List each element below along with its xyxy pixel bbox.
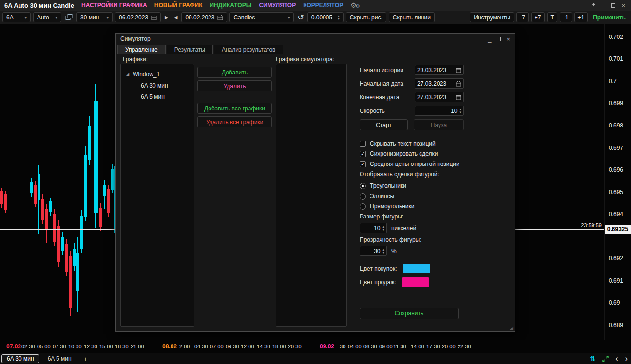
candle-body xyxy=(41,199,44,220)
spinner-icons[interactable]: ▴▾ xyxy=(459,108,461,114)
spin-down-icon[interactable]: ▾ xyxy=(459,111,461,114)
time-tick: 22:30 xyxy=(458,344,471,349)
minus1-button[interactable]: -1 xyxy=(560,12,572,22)
spinner-icons[interactable]: ▴▾ xyxy=(382,248,384,254)
end-date-value: 27.03.2023 xyxy=(417,94,446,101)
scale-toggle-icon[interactable]: ⇅ xyxy=(588,355,598,363)
symbol-select[interactable]: 6A▾ xyxy=(2,12,31,22)
checkbox-row[interactable]: Скрывать текст позиций xyxy=(360,140,464,147)
time-tick: 04:30 xyxy=(194,344,208,349)
tree-item[interactable]: 6A 5 мин xyxy=(121,91,194,102)
fullscreen-icon[interactable] xyxy=(600,356,611,362)
price-axis[interactable]: 0.69325 0.7020.7010.70.6990.6980.6970.69… xyxy=(604,24,631,340)
spinner-icons[interactable]: ▴▾ xyxy=(338,15,340,20)
spin-down-icon[interactable]: ▾ xyxy=(382,228,384,231)
dialog-close-icon[interactable]: × xyxy=(506,36,510,42)
date-from-input[interactable]: 06.02.2023 xyxy=(115,12,161,22)
spinner-icons[interactable]: ▴▾ xyxy=(382,225,384,231)
spin-down-icon[interactable]: ▾ xyxy=(338,18,340,20)
maximize-icon[interactable] xyxy=(611,3,615,8)
dialog-minimize-icon[interactable]: _ xyxy=(488,36,491,42)
plus7-button[interactable]: +7 xyxy=(531,12,545,22)
dialog-maximize-icon[interactable] xyxy=(497,37,501,41)
settings-gear-icon[interactable]: ⚙⚙ xyxy=(350,2,360,9)
add-chart-tab-button[interactable]: + xyxy=(80,355,92,363)
date-label: 08.02 xyxy=(162,343,177,350)
price-tick: 0.694 xyxy=(609,211,623,218)
dialog-tab-2[interactable]: Результаты xyxy=(167,45,213,54)
tools-button[interactable]: Инструменты xyxy=(470,12,514,22)
symbol-value: 6A xyxy=(6,14,14,21)
checkbox-row[interactable]: ✓Средняя цены открытой позиции xyxy=(360,161,464,167)
pause-button[interactable]: Пауза xyxy=(414,119,464,130)
simulator-charts-list[interactable] xyxy=(276,64,347,327)
resize-grip[interactable]: ◢ xyxy=(510,326,513,330)
menu-item-5[interactable]: КОРРЕЛЯТОР xyxy=(303,2,343,9)
step-back-icon[interactable]: ◀ xyxy=(172,15,179,20)
radio-row[interactable]: Прямоугольники xyxy=(360,203,464,210)
figure-size-input[interactable]: 10▴▾ xyxy=(360,223,387,233)
menu-item-1[interactable]: НАСТРОЙКИ ГРАФИКА xyxy=(81,2,147,9)
time-tick: 15:00 xyxy=(99,344,113,349)
figure-size-value: 10 xyxy=(374,225,380,232)
minimize-icon[interactable]: – xyxy=(602,2,605,9)
save-button[interactable]: Сохранить xyxy=(360,308,459,319)
menu-item-2[interactable]: НОВЫЙ ГРАФИК xyxy=(154,2,203,9)
timeframe-select[interactable]: 30 мин▾ xyxy=(76,12,113,22)
mode-select[interactable]: Auto▾ xyxy=(33,12,61,22)
menu-item-3[interactable]: ИНДИКАТОРЫ xyxy=(210,2,251,9)
today-button[interactable]: T xyxy=(547,12,557,22)
spin-down-icon[interactable]: ▾ xyxy=(382,251,384,254)
chart-tab-2[interactable]: 6A 5 мин xyxy=(42,354,77,363)
scroll-right-icon[interactable]: › xyxy=(623,354,630,363)
undo-icon[interactable]: ↺ xyxy=(296,13,305,22)
chart-tab-1[interactable]: 6A 30 мин xyxy=(1,354,39,363)
step-value: 0.00005 xyxy=(311,14,332,21)
sell-color-swatch[interactable] xyxy=(402,277,429,287)
simulator-dialog: Симулятор _ × УправлениеРезультатыАнализ… xyxy=(115,33,515,332)
end-date-input[interactable]: 27.03.2023 xyxy=(415,92,464,102)
minus7-button[interactable]: -7 xyxy=(516,12,529,22)
plus1-button[interactable]: +1 xyxy=(574,12,588,22)
charts-tree-list[interactable]: ◢ Window_1 6A 30 мин6A 5 мин xyxy=(120,64,194,327)
add-all-charts-button[interactable]: Добавить все графики xyxy=(197,103,272,114)
price-tick: 0.698 xyxy=(609,122,623,129)
hide-drawings-button[interactable]: Скрыть рис. xyxy=(346,12,386,22)
hide-lines-button[interactable]: Скрыть линии xyxy=(389,12,435,22)
start-button[interactable]: Старт xyxy=(360,119,408,130)
dialog-titlebar[interactable]: Симулятор _ × xyxy=(116,34,515,44)
dialog-tab-1[interactable]: Управление xyxy=(117,45,166,54)
step-value-input[interactable]: 0.00005▴▾ xyxy=(307,12,344,22)
history-start-input[interactable]: 23.03.2023 xyxy=(415,65,464,75)
play-icon[interactable]: ▶ xyxy=(163,15,170,20)
dialog-tab-3[interactable]: Анализ результатов xyxy=(214,45,284,54)
speed-input[interactable]: 10▴▾ xyxy=(415,106,464,116)
apply-button[interactable]: Применить xyxy=(590,14,629,21)
close-icon[interactable]: × xyxy=(621,2,625,9)
time-tick: 18:30 xyxy=(115,344,129,349)
tree-expander-icon[interactable]: ◢ xyxy=(126,72,129,76)
candle-body xyxy=(69,256,72,308)
checkbox-row[interactable]: ✓Сихронизировать сделки xyxy=(360,150,464,157)
radio-row[interactable]: Эллипсы xyxy=(360,193,464,200)
speed-value: 10 xyxy=(451,108,457,114)
menu-item-4[interactable]: СИМУЛЯТОР xyxy=(259,2,296,9)
chart-type-select[interactable]: Candles▾ xyxy=(229,12,294,22)
figure-opacity-input[interactable]: 30▴▾ xyxy=(360,246,387,256)
remove-all-charts-button[interactable]: Удалить все графики xyxy=(197,116,272,127)
radio-row[interactable]: Треугольники xyxy=(360,182,464,189)
scroll-left-icon[interactable]: ‹ xyxy=(613,354,620,363)
new-window-icon[interactable] xyxy=(64,14,74,20)
end-date-label: Конечная дата xyxy=(360,94,399,101)
add-chart-button[interactable]: Добавить xyxy=(197,67,272,78)
tree-item[interactable]: 6A 30 мин xyxy=(121,80,194,91)
checkbox-icon: ✓ xyxy=(360,161,366,167)
start-date-input[interactable]: 27.03.2023 xyxy=(415,78,464,89)
pin-icon[interactable] xyxy=(591,2,596,9)
date-label: 07.02 xyxy=(6,343,21,350)
remove-chart-button[interactable]: Удалить xyxy=(197,80,272,91)
tree-item-window1[interactable]: ◢ Window_1 xyxy=(121,69,194,80)
date-to-input[interactable]: 09.02.2023 xyxy=(181,12,227,22)
buy-color-swatch[interactable] xyxy=(403,264,430,273)
time-axis[interactable]: 07.0202:3005:0007:3010:0012:3015:0018:30… xyxy=(0,340,631,353)
